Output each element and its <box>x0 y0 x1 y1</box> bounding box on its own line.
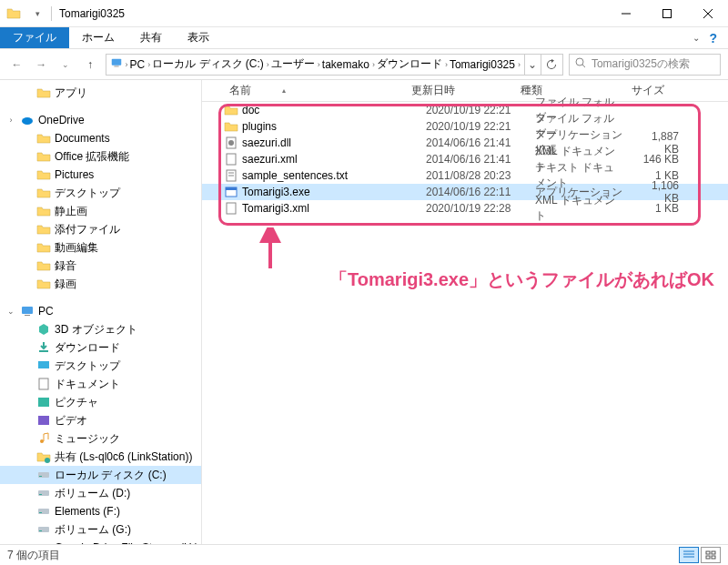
breadcrumb-segment[interactable]: ダウンロード› <box>377 56 448 72</box>
tree-item[interactable]: ドキュメント <box>0 375 201 393</box>
svg-point-16 <box>40 439 44 443</box>
maximize-button[interactable] <box>646 0 687 27</box>
expand-icon[interactable]: ⌄ <box>5 307 16 316</box>
svg-rect-11 <box>39 350 48 352</box>
recent-locations-button[interactable]: ⌄ <box>56 54 76 76</box>
tree-item[interactable]: ミュージック <box>0 429 201 448</box>
tree-item[interactable]: ピクチャ <box>0 393 201 411</box>
address-bar: ← → ⌄ ↑ › PC›ローカル ディスク (C:)›ユーザー›takemak… <box>0 49 728 80</box>
breadcrumb-segment[interactable]: ローカル ディスク (C:)› <box>152 56 269 72</box>
tree-item[interactable]: 録音 <box>0 257 201 275</box>
tree-item[interactable]: 動画編集 <box>0 238 201 257</box>
file-size: 1 KB <box>630 202 684 215</box>
breadcrumb-segment[interactable]: ユーザー› <box>271 56 320 72</box>
tree-item[interactable]: ダウンロード <box>0 338 201 357</box>
tree-item[interactable]: Pictures <box>0 166 201 184</box>
refresh-button[interactable] <box>541 54 563 76</box>
svg-rect-21 <box>39 494 42 495</box>
large-icons-view-button[interactable] <box>701 547 721 563</box>
chevron-right-icon: › <box>518 60 521 69</box>
tree-item[interactable]: ローカル ディスク (C:) <box>0 466 201 484</box>
tree-item[interactable]: 添付ファイル <box>0 220 201 238</box>
address-dropdown-icon[interactable]: ⌄ <box>525 54 541 76</box>
tab-home[interactable]: ホーム <box>69 27 127 48</box>
minimize-button[interactable] <box>605 0 646 27</box>
svg-rect-12 <box>38 361 49 368</box>
divider <box>51 6 52 21</box>
tree-item[interactable]: Office 拡張機能 <box>0 147 201 166</box>
file-row[interactable]: saezuri.dll2014/06/16 21:41アプリケーション拡張1,8… <box>202 135 728 151</box>
svg-rect-14 <box>38 398 49 407</box>
column-headers[interactable]: 名前▴ 更新日時 種類 サイズ <box>202 80 728 102</box>
tab-file[interactable]: ファイル <box>0 27 69 48</box>
breadcrumb-segment[interactable]: takemako› <box>322 58 375 71</box>
ribbon-expand-icon[interactable]: ⌄ <box>687 33 705 43</box>
file-row[interactable]: saezuri.xml2014/06/16 21:41XML ドキュメント146… <box>202 151 728 167</box>
tree-item[interactable]: 3D オブジェクト <box>0 320 201 338</box>
navigation-tree[interactable]: アプリ›OneDriveDocumentsOffice 拡張機能Pictures… <box>0 80 202 544</box>
search-input[interactable]: Tomarigi0325の検索 <box>569 54 721 76</box>
svg-rect-43 <box>706 556 710 559</box>
breadcrumb-segment[interactable]: PC› <box>130 58 151 71</box>
txt-icon <box>224 168 238 183</box>
file-name: saezuri.dll <box>242 136 420 149</box>
tree-item[interactable]: 静止画 <box>0 202 201 220</box>
tree-item[interactable]: アプリ <box>0 84 201 102</box>
folder-icon <box>36 167 51 182</box>
tree-item-label: 録音 <box>55 258 76 274</box>
folder-icon <box>36 149 51 164</box>
expand-icon[interactable]: › <box>5 116 16 125</box>
folder-icon <box>36 86 51 100</box>
tree-item[interactable]: ビデオ <box>0 411 201 429</box>
downloads-icon <box>36 340 51 355</box>
file-name: saezuri.xml <box>242 153 420 166</box>
tree-item[interactable]: Documents <box>0 129 201 147</box>
file-row[interactable]: Tomarigi3.xml2020/10/19 22:28XML ドキュメント1… <box>202 200 728 217</box>
tree-item[interactable]: ⌄PC <box>0 302 201 320</box>
tree-item[interactable]: ›OneDrive <box>0 111 201 129</box>
tree-item-label: Documents <box>55 132 110 145</box>
tab-view[interactable]: 表示 <box>175 27 222 48</box>
forward-button[interactable]: → <box>32 54 51 76</box>
tree-item[interactable]: デスクトップ <box>0 357 201 375</box>
breadcrumb-segment[interactable]: Tomarigi0325› <box>450 58 521 71</box>
file-date: 2020/10/19 22:21 <box>420 120 530 133</box>
breadcrumb[interactable]: › PC›ローカル ディスク (C:)›ユーザー›takemako›ダウンロード… <box>106 54 525 76</box>
help-icon[interactable]: ? <box>705 31 721 45</box>
quick-access-down-icon[interactable]: ▾ <box>33 5 42 22</box>
close-button[interactable] <box>687 0 728 27</box>
tree-item-label: ミュージック <box>55 431 120 447</box>
tree-item[interactable]: Elements (F:) <box>0 502 201 520</box>
file-row[interactable]: Tomarigi3.exe2014/06/16 22:11アプリケーション1,1… <box>202 184 728 200</box>
svg-rect-1 <box>662 9 671 17</box>
disk-icon <box>36 540 51 544</box>
tree-item[interactable]: 録画 <box>0 275 201 293</box>
svg-rect-5 <box>114 66 118 67</box>
tree-item-label: Google Drive File Stream (H:) <box>55 541 198 544</box>
back-button[interactable]: ← <box>7 54 26 76</box>
folder-icon <box>36 186 51 200</box>
window-title: Tomarigi0325 <box>56 7 605 20</box>
chevron-right-icon: › <box>372 60 375 69</box>
svg-rect-41 <box>706 551 710 554</box>
onedrive-icon <box>20 113 35 127</box>
tree-item[interactable]: ボリューム (D:) <box>0 484 201 502</box>
annotation-arrow-icon <box>257 227 284 273</box>
folder-icon <box>224 119 238 134</box>
up-button[interactable]: ↑ <box>81 54 100 76</box>
file-name: Tomarigi3.xml <box>242 202 420 215</box>
tab-share[interactable]: 共有 <box>127 27 175 48</box>
file-row[interactable]: doc2020/10/19 22:21ファイル フォルダー <box>202 102 728 118</box>
chevron-right-icon: › <box>267 60 269 69</box>
column-date[interactable]: 更新日時 <box>406 83 515 98</box>
folder-icon <box>36 277 51 291</box>
music-icon <box>36 431 51 446</box>
tree-item[interactable]: Google Drive File Stream (H:) <box>0 539 201 544</box>
desktop-icon <box>36 358 51 373</box>
tree-item[interactable]: ボリューム (G:) <box>0 520 201 539</box>
svg-rect-20 <box>38 490 49 496</box>
exe-icon <box>224 185 238 199</box>
tree-item[interactable]: デスクトップ <box>0 184 201 202</box>
tree-item[interactable]: 共有 (Ls-ql0c6 (LinkStation)) <box>0 448 201 466</box>
details-view-button[interactable] <box>679 547 699 563</box>
